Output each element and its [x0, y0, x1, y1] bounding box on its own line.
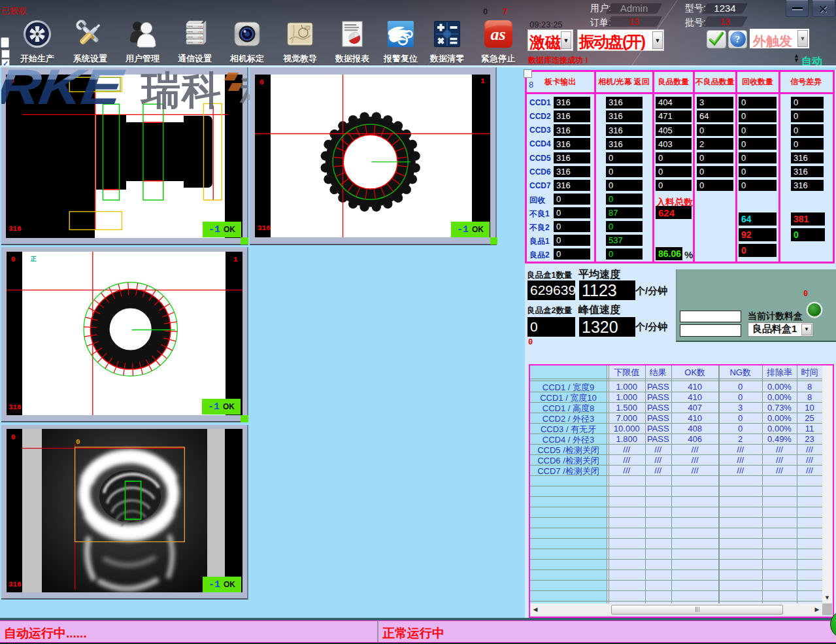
svg-text:as: as [490, 25, 505, 44]
